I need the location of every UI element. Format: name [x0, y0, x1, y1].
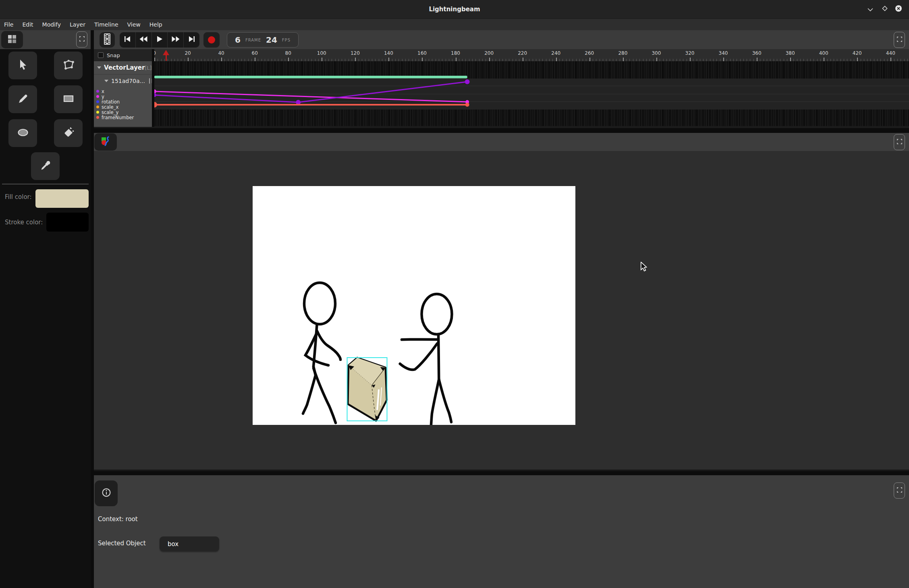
property-row[interactable]: y [94, 94, 104, 99]
film-strip-icon [103, 33, 112, 47]
timeline-ruler[interactable]: 0204060801001201401601802002202402602803… [154, 49, 909, 61]
tool-panel-header [0, 30, 91, 49]
property-dot [96, 100, 99, 103]
clip-color-button[interactable] [149, 78, 150, 84]
property-row[interactable]: scale_x [94, 104, 118, 110]
property-row[interactable]: rotation [94, 99, 120, 104]
property-label: y [102, 94, 104, 99]
fill-color-swatch[interactable] [35, 189, 89, 208]
menu-layer[interactable]: Layer [70, 21, 85, 28]
rewind-button[interactable] [136, 32, 152, 48]
timeline-curves[interactable] [154, 61, 909, 127]
timeline-panel: 6 FRAME 24 FPS Snap VectorLayer[L] 151ad… [94, 30, 909, 128]
expand-icon [897, 36, 903, 44]
box-object[interactable] [347, 358, 387, 421]
menu-modify[interactable]: Modify [42, 21, 61, 28]
tool-panel-expand-button[interactable] [76, 31, 87, 48]
menu-file[interactable]: File [4, 21, 13, 28]
info-tab-button[interactable] [95, 480, 118, 506]
property-list: x y rotation scale_x scale_y frameNumber [94, 87, 152, 127]
clip-name: 151ad70a... [111, 78, 145, 84]
ellipse-tool-button[interactable] [8, 119, 37, 147]
skip-to-end-button[interactable] [184, 32, 199, 48]
menu-bar: File Edit Modify Layer Timeline View Hel… [0, 19, 909, 30]
property-row[interactable]: frameNumber [94, 115, 134, 120]
layer-row-vectorlayer[interactable]: VectorLayer[L] [94, 61, 152, 74]
menu-timeline[interactable]: Timeline [94, 21, 118, 28]
fill-color-label: Fill color: [5, 193, 32, 201]
chevron-down-icon[interactable] [97, 66, 101, 69]
context-text: Context: root [98, 516, 138, 523]
select-tool-button[interactable] [8, 52, 37, 79]
diamond-icon [882, 5, 888, 13]
stage-tab-button[interactable] [94, 133, 117, 151]
frame-value: 6 [235, 35, 241, 45]
title-bar: Lightningbeam [0, 0, 909, 19]
pencil-tool-button[interactable] [8, 85, 37, 113]
canvas-area[interactable] [94, 151, 909, 471]
paint-bucket-tool-button[interactable] [54, 119, 83, 147]
stage[interactable] [253, 186, 575, 425]
info-icon [102, 488, 111, 499]
record-button[interactable] [203, 32, 220, 48]
layer-suffix: [L] [145, 65, 152, 71]
menu-view[interactable]: View [127, 21, 141, 28]
skip-to-start-button[interactable] [120, 32, 136, 48]
menu-help[interactable]: Help [149, 21, 162, 28]
select-arrow-icon [17, 58, 29, 73]
property-dot [96, 95, 99, 98]
snap-label: Snap [107, 52, 120, 58]
rectangle-icon [62, 92, 75, 107]
rectangle-tool-button[interactable] [54, 85, 83, 113]
stage-drawing [253, 186, 575, 425]
play-button[interactable] [152, 32, 168, 48]
property-dot [96, 90, 99, 93]
selected-object-label: Selected Object [98, 540, 146, 547]
tool-panel: Fill color: Stroke color: [0, 30, 91, 588]
canvas-expand-button[interactable] [894, 134, 905, 150]
maximize-button[interactable] [880, 4, 890, 14]
snap-checkbox[interactable] [98, 52, 104, 58]
stick-figure-right [400, 294, 452, 424]
ellipse-icon [17, 126, 29, 141]
property-label: frameNumber [102, 115, 134, 120]
property-label: rotation [102, 99, 120, 105]
fast-forward-button[interactable] [168, 32, 184, 48]
panel-grid-button[interactable] [1, 31, 23, 48]
record-icon [208, 36, 215, 43]
menu-edit[interactable]: Edit [22, 21, 33, 28]
transport-controls [120, 32, 199, 48]
timeline-expand-button[interactable] [894, 32, 905, 48]
property-row[interactable]: x [94, 89, 104, 94]
playhead-stem [166, 55, 167, 61]
playhead[interactable] [163, 50, 169, 61]
close-icon [895, 5, 902, 14]
chevron-down-icon[interactable] [104, 80, 108, 82]
property-dot [96, 106, 99, 108]
canvas-panel [94, 133, 909, 471]
fps-value: 24 [266, 35, 277, 45]
selected-object-input[interactable] [160, 536, 219, 551]
timeline-tab-button[interactable] [100, 32, 115, 48]
close-button[interactable] [894, 4, 903, 14]
stroke-color-swatch[interactable] [46, 213, 89, 232]
context-panel: Context: root Selected Object [94, 475, 909, 588]
canvas-header [94, 133, 909, 151]
eyedropper-tool-button[interactable] [31, 152, 60, 180]
divider [2, 184, 89, 184]
eyedropper-icon [39, 159, 52, 174]
clip-row[interactable]: 151ad70a... ~ [94, 74, 152, 87]
paint-bucket-icon [62, 126, 75, 141]
transform-tool-button[interactable] [54, 52, 83, 79]
window-title: Lightningbeam [0, 0, 909, 19]
property-label: scale_y [102, 110, 118, 115]
context-panel-expand-button[interactable] [894, 482, 905, 499]
minimize-button[interactable] [865, 4, 875, 14]
expand-icon [897, 487, 903, 495]
property-row[interactable]: scale_y [94, 110, 118, 115]
expand-icon [79, 36, 85, 43]
frame-unit-label: FRAME [245, 38, 261, 42]
stroke-color-label: Stroke color: [5, 219, 43, 226]
pencil-icon [17, 92, 29, 107]
layer-name: VectorLayer [104, 64, 145, 71]
